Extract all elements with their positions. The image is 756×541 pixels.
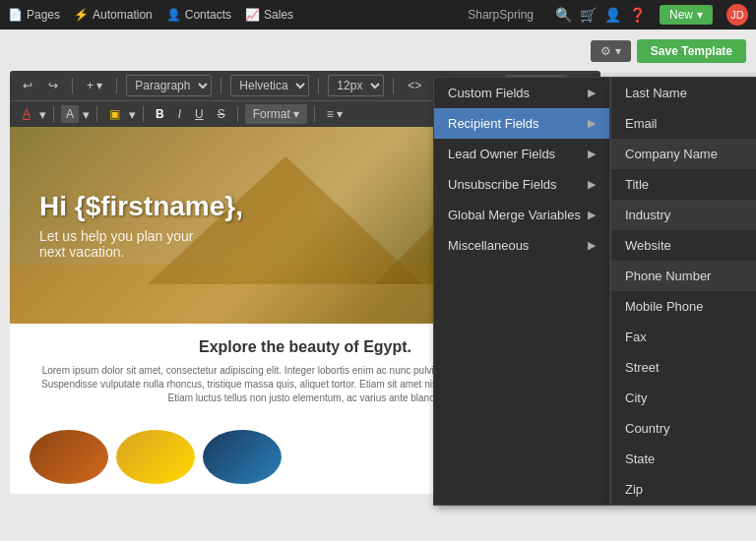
submenu-title[interactable]: Title [611,169,756,200]
dropdown-unsubscribe-fields[interactable]: Unsubscribe Fields ▶ [434,169,609,200]
divider [143,106,144,122]
brand-name: SharpSpring [468,8,534,22]
divider [96,106,97,122]
add-button[interactable]: + ▾ [82,77,107,94]
sales-icon: 📈 [245,8,260,22]
nav-automation[interactable]: ⚡ Automation [74,8,153,22]
chevron-down-icon[interactable]: ▾ [129,107,136,122]
nav-icon-group: 🔍 🛒 👤 ❓ [555,7,646,23]
arrow-icon: ▶ [588,117,596,130]
chevron-down-icon: ▾ [697,8,703,22]
user-icon[interactable]: 👤 [604,7,621,23]
main-area: ⚙ ▾ Save Template ↩ ↪ + ▾ Paragraph Helv… [0,30,756,541]
bg-color-button[interactable]: A [61,105,79,123]
divider [314,106,315,122]
submenu-last-name[interactable]: Last Name [611,78,756,108]
submenu-company-name[interactable]: Company Name [611,139,756,169]
arrow-icon: ▶ [588,148,596,160]
paragraph-select[interactable]: Paragraph [126,75,212,96]
email-header-text: Hi {$firstname}, Let us help you plan yo… [39,191,243,260]
email-subheading: Let us help you plan yournext vacation. [39,228,243,260]
chevron-down-icon: ▾ [337,107,343,121]
dropdown-miscellaneous[interactable]: Miscellaneous ▶ [434,230,609,261]
divider [393,78,394,93]
chevron-down-icon: ▾ [615,44,621,58]
html-button[interactable]: <> [403,77,426,94]
divider [116,78,117,93]
underline-button[interactable]: U [190,105,209,123]
dropdown-container: Custom Fields ▶ Recipient Fields ▶ Lead … [433,77,756,506]
undo-button[interactable]: ↩ [18,77,37,94]
automation-icon: ⚡ [74,8,89,22]
font-color-button[interactable]: A [18,105,35,123]
nav-pages[interactable]: 📄 Pages [8,8,60,22]
arrow-icon: ▶ [588,87,596,99]
divider [53,106,54,122]
save-template-button[interactable]: Save Template [637,39,746,63]
bold-button[interactable]: B [151,105,169,123]
chevron-down-icon: ▾ [293,107,299,121]
divider [220,78,221,93]
divider [72,78,73,93]
help-icon[interactable]: ❓ [629,7,646,23]
merge-dropdown: Custom Fields ▶ Recipient Fields ▶ Lead … [433,77,610,506]
arrow-icon: ▶ [588,209,596,221]
recipient-fields-submenu: Last Name Email Company Name Title Indus… [610,77,756,506]
redo-button[interactable]: ↪ [43,77,63,94]
dropdown-global-merge[interactable]: Global Merge Variables ▶ [434,200,609,230]
nav-sales[interactable]: 📈 Sales [245,8,293,22]
avatar: JD [726,4,748,26]
nav-contacts[interactable]: 👤 Contacts [166,8,231,22]
submenu-mobile-phone[interactable]: Mobile Phone [611,291,756,322]
italic-button[interactable]: I [173,105,186,123]
submenu-state[interactable]: State [611,444,756,474]
arrow-icon: ▶ [588,239,596,252]
format-button[interactable]: Format ▾ [245,104,307,124]
align-button[interactable]: ≡ ▾ [322,105,347,123]
contacts-icon: 👤 [166,8,181,22]
font-select[interactable]: Helvetica [230,75,309,96]
dropdown-custom-fields[interactable]: Custom Fields ▶ [434,78,609,108]
arrow-icon: ▶ [588,178,596,191]
submenu-street[interactable]: Street [611,352,756,383]
dropdown-lead-owner-fields[interactable]: Lead Owner Fields ▶ [434,139,609,169]
strikethrough-button[interactable]: S [213,105,230,123]
footer-image-2 [116,430,195,484]
highlighter-button[interactable]: ▣ [104,105,125,123]
settings-button[interactable]: ⚙ ▾ [591,40,631,62]
footer-image-1 [30,430,108,484]
submenu-email[interactable]: Email [611,108,756,139]
divider [318,78,319,93]
chevron-down-icon[interactable]: ▾ [83,107,90,122]
submenu-zip[interactable]: Zip [611,474,756,505]
submenu-country[interactable]: Country [611,413,756,444]
submenu-fax[interactable]: Fax [611,322,756,352]
footer-image-3 [203,430,282,484]
email-greeting: Hi {$firstname}, [39,191,243,222]
size-select[interactable]: 12px [328,75,384,96]
pages-icon: 📄 [8,8,23,22]
submenu-phone-number[interactable]: Phone Number [611,261,756,291]
divider [237,106,238,122]
gear-icon: ⚙ [600,44,611,58]
top-bar: ⚙ ▾ Save Template [10,39,746,63]
submenu-website[interactable]: Website [611,230,756,261]
submenu-industry[interactable]: Industry [611,200,756,230]
new-button[interactable]: New ▾ [660,5,713,25]
chevron-down-icon: ▾ [96,79,102,92]
dropdown-recipient-fields[interactable]: Recipient Fields ▶ [434,108,609,139]
cart-icon[interactable]: 🛒 [580,7,597,23]
chevron-down-icon[interactable]: ▾ [39,107,46,122]
search-icon[interactable]: 🔍 [555,7,572,23]
submenu-city[interactable]: City [611,383,756,413]
top-navigation: 📄 Pages ⚡ Automation 👤 Contacts 📈 Sales … [0,0,756,30]
